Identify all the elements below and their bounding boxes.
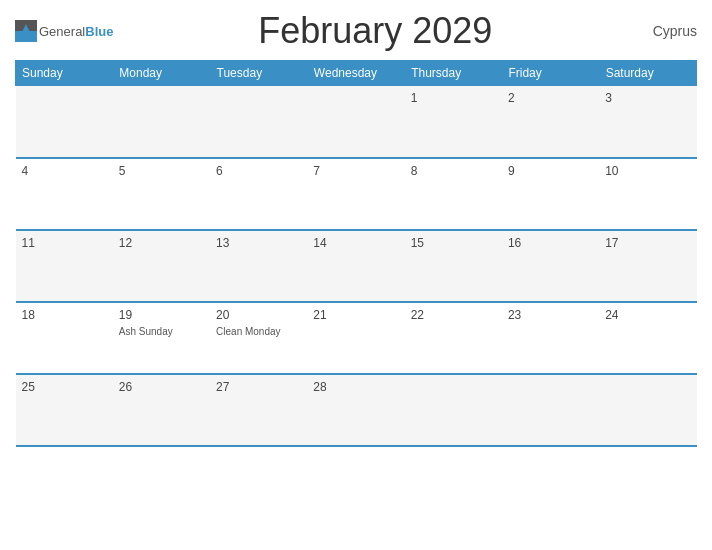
day-number: 19	[119, 308, 204, 322]
day-number: 5	[119, 164, 204, 178]
calendar-cell: 15	[405, 230, 502, 302]
day-number: 10	[605, 164, 690, 178]
calendar-cell: 28	[307, 374, 404, 446]
calendar-cell: 9	[502, 158, 599, 230]
calendar-cell: 23	[502, 302, 599, 374]
day-number: 16	[508, 236, 593, 250]
calendar-week-row: 11121314151617	[16, 230, 697, 302]
calendar-cell: 20Clean Monday	[210, 302, 307, 374]
calendar-cell: 5	[113, 158, 210, 230]
calendar-cell: 17	[599, 230, 696, 302]
header: GeneralBlue February 2029 Cyprus	[15, 10, 697, 52]
calendar-cell: 8	[405, 158, 502, 230]
day-number: 1	[411, 91, 496, 105]
calendar-page: GeneralBlue February 2029 Cyprus SundayM…	[0, 0, 712, 550]
day-number: 15	[411, 236, 496, 250]
day-number: 11	[22, 236, 107, 250]
calendar-cell: 13	[210, 230, 307, 302]
day-number: 13	[216, 236, 301, 250]
logo-icon	[15, 20, 37, 42]
day-number: 8	[411, 164, 496, 178]
calendar-cell: 10	[599, 158, 696, 230]
logo-general: General	[39, 24, 85, 39]
month-title: February 2029	[113, 10, 637, 52]
calendar-week-row: 25262728	[16, 374, 697, 446]
day-number: 7	[313, 164, 398, 178]
calendar-cell: 18	[16, 302, 113, 374]
day-number: 24	[605, 308, 690, 322]
calendar-cell	[405, 374, 502, 446]
weekday-header-friday: Friday	[502, 61, 599, 86]
day-number: 21	[313, 308, 398, 322]
calendar-cell	[113, 86, 210, 158]
calendar-cell: 22	[405, 302, 502, 374]
weekday-header-saturday: Saturday	[599, 61, 696, 86]
calendar-cell	[599, 374, 696, 446]
calendar-cell: 24	[599, 302, 696, 374]
calendar-cell: 12	[113, 230, 210, 302]
country-label: Cyprus	[637, 23, 697, 39]
day-number: 28	[313, 380, 398, 394]
calendar-cell: 11	[16, 230, 113, 302]
calendar-cell: 6	[210, 158, 307, 230]
calendar-cell: 7	[307, 158, 404, 230]
calendar-week-row: 45678910	[16, 158, 697, 230]
calendar-cell: 19Ash Sunday	[113, 302, 210, 374]
logo: GeneralBlue	[15, 20, 113, 42]
day-number: 20	[216, 308, 301, 322]
calendar-week-row: 123	[16, 86, 697, 158]
calendar-week-row: 1819Ash Sunday20Clean Monday21222324	[16, 302, 697, 374]
calendar-cell: 3	[599, 86, 696, 158]
event-label: Ash Sunday	[119, 325, 204, 338]
weekday-header-thursday: Thursday	[405, 61, 502, 86]
day-number: 23	[508, 308, 593, 322]
calendar-cell: 27	[210, 374, 307, 446]
weekday-header-wednesday: Wednesday	[307, 61, 404, 86]
calendar-cell	[16, 86, 113, 158]
calendar-cell	[307, 86, 404, 158]
calendar-cell: 25	[16, 374, 113, 446]
day-number: 2	[508, 91, 593, 105]
calendar-cell: 21	[307, 302, 404, 374]
calendar-cell: 2	[502, 86, 599, 158]
day-number: 17	[605, 236, 690, 250]
calendar-cell: 4	[16, 158, 113, 230]
calendar-cell	[502, 374, 599, 446]
day-number: 18	[22, 308, 107, 322]
logo-blue: Blue	[85, 24, 113, 39]
day-number: 6	[216, 164, 301, 178]
calendar-cell: 1	[405, 86, 502, 158]
calendar-cell: 16	[502, 230, 599, 302]
day-number: 25	[22, 380, 107, 394]
weekday-header-sunday: Sunday	[16, 61, 113, 86]
day-number: 14	[313, 236, 398, 250]
weekday-header-row: SundayMondayTuesdayWednesdayThursdayFrid…	[16, 61, 697, 86]
day-number: 9	[508, 164, 593, 178]
weekday-header-monday: Monday	[113, 61, 210, 86]
calendar-cell	[210, 86, 307, 158]
calendar-table: SundayMondayTuesdayWednesdayThursdayFrid…	[15, 60, 697, 447]
day-number: 3	[605, 91, 690, 105]
day-number: 4	[22, 164, 107, 178]
day-number: 22	[411, 308, 496, 322]
calendar-cell: 14	[307, 230, 404, 302]
day-number: 26	[119, 380, 204, 394]
weekday-header-tuesday: Tuesday	[210, 61, 307, 86]
day-number: 12	[119, 236, 204, 250]
event-label: Clean Monday	[216, 325, 301, 338]
calendar-cell: 26	[113, 374, 210, 446]
day-number: 27	[216, 380, 301, 394]
